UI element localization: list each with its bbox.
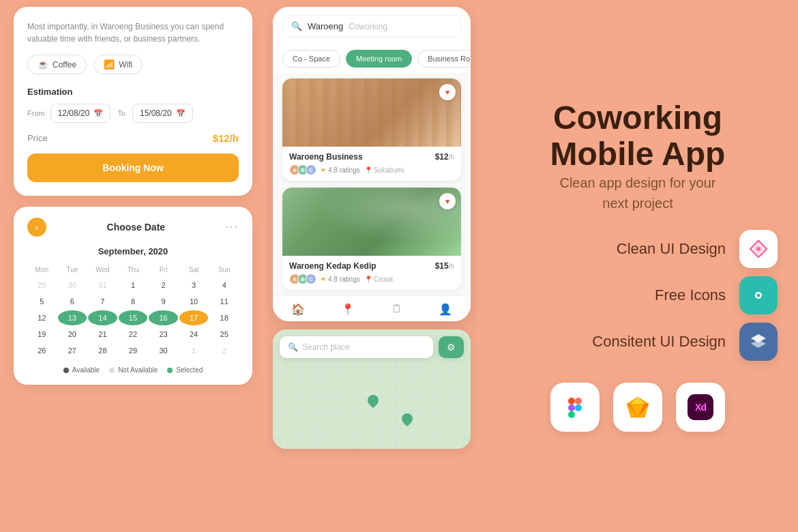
cal-day[interactable]: 8 bbox=[119, 294, 148, 309]
favorite-button-2[interactable]: ♥ bbox=[439, 193, 456, 209]
nav-location-icon[interactable]: 📍 bbox=[341, 303, 355, 316]
map-search-placeholder: Search place bbox=[302, 342, 350, 352]
consistent-ui-icon-box bbox=[739, 323, 778, 361]
from-label: From bbox=[27, 109, 45, 117]
legend-dot-selected bbox=[167, 368, 173, 373]
map-search-box[interactable]: 🔍 Search place bbox=[280, 336, 433, 358]
cal-day-selected[interactable]: 14 bbox=[88, 310, 117, 325]
tab-business-room[interactable]: Business Ro... bbox=[417, 50, 471, 68]
feature-clean-ui: Clean UI Design bbox=[498, 230, 778, 268]
calendar-to-icon: 📅 bbox=[176, 109, 186, 118]
cal-day[interactable]: 3 bbox=[179, 278, 209, 293]
favorite-button-1[interactable]: ♥ bbox=[439, 84, 456, 100]
date-to-input[interactable]: 15/08/20 📅 bbox=[132, 104, 193, 123]
price-amount-2: $15 bbox=[435, 261, 449, 271]
listing-card-2[interactable]: ♥ Waroeng Kedap Kedip A B C ★ bbox=[282, 188, 461, 290]
amenity-wifi[interactable]: 📶 Wifi bbox=[93, 55, 143, 74]
map-screen: 🔍 Search place ⚙ bbox=[273, 329, 471, 449]
sketch-icon-box bbox=[613, 383, 662, 432]
star-icon-1: ★ bbox=[321, 166, 326, 173]
main-title: CoworkingMobile App bbox=[498, 100, 778, 173]
search-box[interactable]: 🔍 Waroeng Coworking bbox=[282, 15, 461, 38]
listing-location-2: 📍 Cisaat bbox=[364, 276, 393, 283]
cal-day[interactable]: 1 bbox=[179, 343, 209, 358]
coffee-icon: ☕ bbox=[38, 59, 48, 70]
nav-profile-icon[interactable]: 👤 bbox=[439, 303, 452, 316]
listing-details-2: Waroeng Kedap Kedip A B C ★ 4.8 ratings bbox=[289, 261, 393, 284]
cal-day-selected-orange[interactable]: 17 bbox=[179, 310, 209, 325]
amenity-wifi-label: Wifi bbox=[119, 60, 132, 70]
map-filter-button[interactable]: ⚙ bbox=[439, 336, 464, 358]
avatar-2c: C bbox=[306, 274, 316, 284]
cal-day[interactable]: 31 bbox=[88, 278, 117, 293]
cal-day[interactable]: 21 bbox=[88, 327, 117, 342]
filter-tabs: Co - Space Meeting room Business Ro... bbox=[273, 44, 471, 73]
cal-day[interactable]: 6 bbox=[58, 294, 87, 309]
svg-point-12 bbox=[575, 404, 582, 411]
date-from-value: 12/08/20 bbox=[58, 108, 90, 118]
feature-consistent-ui-label: Consitent UI Design bbox=[592, 333, 726, 351]
amenity-tags: ☕ Coffee 📶 Wifi bbox=[27, 55, 239, 74]
map-search-overlay: 🔍 Search place ⚙ bbox=[280, 336, 464, 358]
day-header-sun: Sun bbox=[209, 263, 239, 276]
date-from-input[interactable]: 12/08/20 📅 bbox=[50, 104, 111, 123]
calendar-legend: Available Not Available Selected bbox=[27, 366, 239, 374]
day-header-tue: Tue bbox=[58, 263, 87, 276]
booking-description: Most importantly, in Waroeng Business yo… bbox=[27, 20, 239, 45]
cal-day[interactable]: 29 bbox=[27, 278, 57, 293]
tab-co-space[interactable]: Co - Space bbox=[282, 50, 340, 68]
booking-now-button[interactable]: Booking Now bbox=[27, 153, 239, 182]
calendar-from-icon: 📅 bbox=[93, 109, 103, 118]
svg-point-2 bbox=[756, 247, 760, 251]
cal-day[interactable]: 27 bbox=[58, 343, 87, 358]
cal-day[interactable]: 11 bbox=[209, 294, 239, 309]
calendar-prev-button[interactable]: ‹ bbox=[27, 218, 46, 237]
cal-day[interactable]: 19 bbox=[27, 327, 57, 342]
nav-home-icon[interactable]: 🏠 bbox=[291, 303, 305, 316]
cal-day[interactable]: 5 bbox=[27, 294, 57, 309]
clean-ui-icon-box bbox=[739, 230, 778, 268]
listing-image-1: ♥ bbox=[282, 78, 461, 147]
cal-day[interactable]: 4 bbox=[209, 278, 239, 293]
tool-icons-row: Xd bbox=[498, 383, 778, 432]
cal-day-selected[interactable]: 15 bbox=[119, 310, 148, 325]
nav-calendar-icon[interactable]: 🗒 bbox=[391, 303, 402, 316]
tab-meeting-room[interactable]: Meeting room bbox=[346, 50, 412, 68]
cal-day[interactable]: 12 bbox=[27, 310, 57, 325]
cal-day[interactable]: 30 bbox=[149, 343, 178, 358]
feature-free-icons: Free Icons bbox=[498, 276, 778, 314]
price-per-2: /h bbox=[449, 263, 454, 270]
cal-day[interactable]: 30 bbox=[58, 278, 87, 293]
cal-day[interactable]: 7 bbox=[88, 294, 117, 309]
cal-day-selected[interactable]: 16 bbox=[149, 310, 178, 325]
amenity-coffee[interactable]: ☕ Coffee bbox=[27, 55, 87, 74]
cal-day[interactable]: 10 bbox=[179, 294, 209, 309]
map-background: 🔍 Search place ⚙ bbox=[273, 329, 471, 449]
listing-card-1[interactable]: ♥ Waroeng Business A B C ★ bbox=[282, 78, 461, 181]
listing-price-2: $15/h bbox=[435, 261, 454, 271]
cal-day[interactable]: 25 bbox=[209, 327, 239, 342]
cal-day[interactable]: 26 bbox=[27, 343, 57, 358]
cal-day[interactable]: 2 bbox=[209, 343, 239, 358]
cal-day[interactable]: 1 bbox=[119, 278, 148, 293]
cal-day[interactable]: 2 bbox=[149, 278, 178, 293]
calendar-menu-icon[interactable]: ··· bbox=[226, 221, 239, 233]
cal-day[interactable]: 24 bbox=[179, 327, 209, 342]
legend-selected: Selected bbox=[167, 366, 203, 374]
rating-text-1: 4.8 ratings bbox=[328, 166, 360, 174]
day-header-sat: Sat bbox=[179, 263, 209, 276]
legend-dot-available bbox=[63, 368, 69, 373]
calendar-month: September, 2020 bbox=[27, 246, 239, 256]
cal-day[interactable]: 9 bbox=[149, 294, 178, 309]
cal-day[interactable]: 23 bbox=[149, 327, 178, 342]
listing-rating-1: ★ 4.8 ratings bbox=[321, 166, 360, 174]
cal-day[interactable]: 20 bbox=[58, 327, 87, 342]
cal-day[interactable]: 28 bbox=[88, 343, 117, 358]
cal-day-selected[interactable]: 13 bbox=[58, 310, 87, 325]
map-pin-1[interactable] bbox=[366, 393, 381, 409]
cal-day[interactable]: 29 bbox=[119, 343, 148, 358]
cal-day[interactable]: 22 bbox=[119, 327, 148, 342]
map-pin-2[interactable] bbox=[399, 411, 415, 426]
location-pin-icon-1: 📍 bbox=[364, 166, 372, 174]
cal-day[interactable]: 18 bbox=[209, 310, 239, 325]
